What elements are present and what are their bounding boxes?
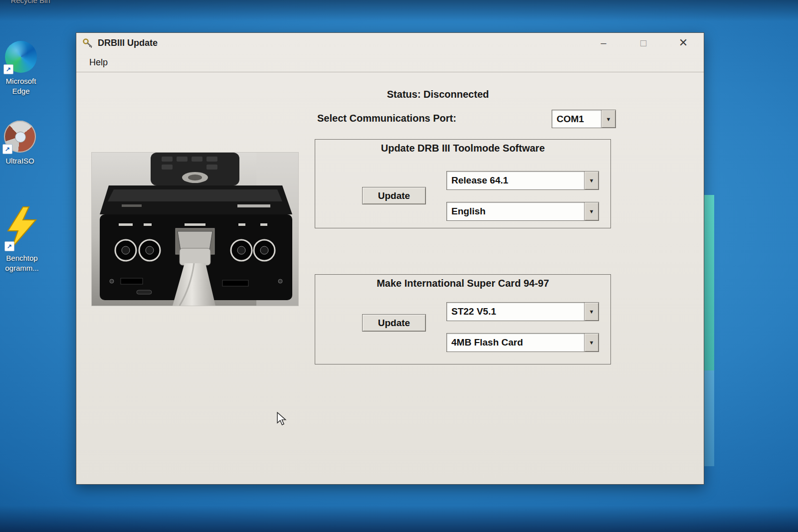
shortcut-arrow-icon: ↗ bbox=[2, 144, 12, 154]
minimize-button[interactable]: – bbox=[595, 35, 612, 51]
language-value: English bbox=[447, 202, 584, 220]
desktop-icon-ultraiso[interactable]: ↗ UltraISO bbox=[0, 121, 44, 166]
desktop-icon-label: UltraISO bbox=[5, 156, 34, 166]
group-title: Make International Super Card 94-97 bbox=[315, 278, 610, 289]
status-text: Status: Disconnected bbox=[387, 89, 489, 100]
chevron-down-icon[interactable]: ▼ bbox=[601, 110, 615, 128]
drbiii-device-photo bbox=[92, 153, 298, 306]
desktop-icon-recycle-bin-label[interactable]: Recycle Bin bbox=[3, 0, 58, 4]
flash-card-value: 4MB Flash Card bbox=[447, 334, 584, 352]
shortcut-arrow-icon: ↗ bbox=[3, 64, 13, 74]
supercard-version-value: ST22 V5.1 bbox=[447, 303, 584, 321]
supercard-version-select[interactable]: ST22 V5.1 ▼ bbox=[446, 302, 599, 321]
desktop-icon-benchtop-programmer[interactable]: ↗ Benchtop ogramm... bbox=[0, 206, 46, 273]
desktop-icon-microsoft-edge[interactable]: ↗ Microsoft Edge bbox=[0, 41, 45, 96]
drbiii-update-window: DRBIII Update – □ ✕ Help Status: Disconn… bbox=[76, 32, 704, 485]
lightning-bolt-icon: ↗ bbox=[6, 206, 38, 250]
desktop-icon-label: Microsoft Edge bbox=[6, 76, 36, 96]
menu-bar: Help bbox=[76, 53, 704, 72]
comm-port-select[interactable]: COM1 ▼ bbox=[552, 110, 616, 128]
group-title: Update DRB III Toolmode Software bbox=[315, 143, 610, 154]
release-value: Release 64.1 bbox=[447, 172, 584, 189]
shortcut-arrow-icon: ↗ bbox=[4, 241, 14, 251]
chevron-down-icon[interactable]: ▼ bbox=[584, 202, 598, 220]
menu-help[interactable]: Help bbox=[85, 55, 112, 70]
update-toolmode-button[interactable]: Update bbox=[362, 187, 426, 204]
window-client-area: Status: Disconnected Select Communicatio… bbox=[76, 72, 704, 484]
chevron-down-icon[interactable]: ▼ bbox=[584, 303, 598, 321]
microsoft-edge-icon: ↗ bbox=[5, 41, 37, 73]
comm-port-value: COM1 bbox=[552, 110, 601, 128]
window-title: DRBIII Update bbox=[98, 38, 158, 48]
release-select[interactable]: Release 64.1 ▼ bbox=[446, 171, 599, 190]
language-select[interactable]: English ▼ bbox=[446, 202, 599, 221]
app-key-icon bbox=[82, 37, 93, 48]
titlebar[interactable]: DRBIII Update – □ ✕ bbox=[76, 33, 704, 53]
maximize-button[interactable]: □ bbox=[635, 35, 652, 51]
update-supercard-button[interactable]: Update bbox=[362, 314, 426, 332]
desktop-icon-label: Benchtop ogramm... bbox=[5, 253, 39, 273]
close-button[interactable]: ✕ bbox=[675, 35, 692, 51]
flash-card-select[interactable]: 4MB Flash Card ▼ bbox=[446, 333, 599, 352]
comm-port-label: Select Communications Port: bbox=[317, 113, 456, 124]
ultraiso-cd-icon: ↗ bbox=[4, 121, 36, 153]
chevron-down-icon[interactable]: ▼ bbox=[584, 334, 598, 352]
chevron-down-icon[interactable]: ▼ bbox=[584, 172, 598, 189]
